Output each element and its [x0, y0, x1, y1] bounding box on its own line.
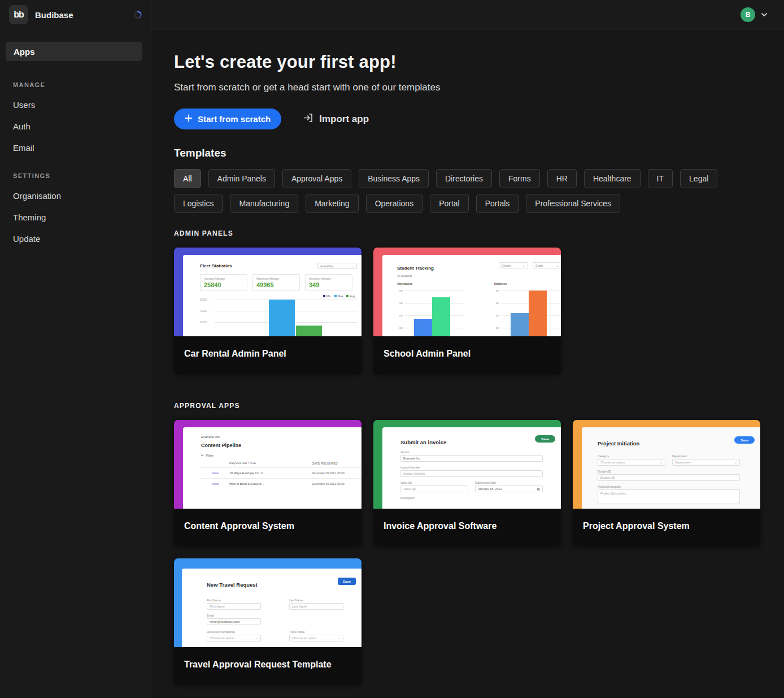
action-row: Start from scratch Import app: [174, 109, 761, 129]
admin-panels-grid: Fleet Statistics Availability ⌄ Average …: [174, 248, 761, 374]
filter-chip-admin-panels[interactable]: Admin Panels: [208, 169, 275, 188]
main-column: B Let's create your first app! Start fro…: [151, 0, 784, 698]
bar: [269, 300, 295, 336]
import-icon: [303, 112, 313, 126]
filter-chip-marketing[interactable]: Marketing: [306, 194, 358, 213]
table-row: View 10 Ways Example Inc. C... December …: [201, 467, 361, 478]
thumb-heading: Project Initiation: [598, 440, 639, 446]
thumb-table: REQUESTED TITLE DATE REQUIRED View 10 Wa…: [201, 462, 361, 489]
template-card-car-rental-admin-panel[interactable]: Fleet Statistics Availability ⌄ Average …: [174, 248, 361, 374]
thumb-save-button: Save: [535, 435, 555, 443]
filter-chip-it[interactable]: IT: [648, 169, 673, 188]
templates-heading: Templates: [174, 147, 761, 159]
sidebar-header: bb Budibase: [0, 0, 151, 29]
stat-card: Maximum Mileage 49965: [252, 274, 300, 291]
bar: [529, 291, 547, 336]
sidebar-item-apps[interactable]: Apps: [6, 42, 142, 61]
filter-chip-legal[interactable]: Legal: [680, 169, 717, 188]
bar: [432, 297, 450, 336]
budibase-logo: bb: [9, 5, 28, 24]
filter-chip-business-apps[interactable]: Business Apps: [359, 169, 429, 188]
filter-chip-directories[interactable]: Directories: [436, 169, 492, 188]
brand-name: Budibase: [35, 10, 127, 20]
thumb-heading: Content Pipeline: [201, 443, 361, 448]
import-app-label: Import app: [319, 114, 369, 125]
template-card-travel-approval-request[interactable]: New Travel Request Save First Name First…: [174, 558, 361, 685]
plus-icon: [185, 114, 193, 124]
budibase-portal: bb Budibase Apps MANAGE Users Auth Email…: [0, 0, 784, 698]
thumb-heading: Student Tracking: [397, 266, 434, 271]
thumb-heading: New Travel Request: [207, 582, 258, 588]
thumb-mini-ui: Student Tracking Gender ⌄ Grade ⌄: [382, 255, 561, 336]
view-link: View: [201, 471, 229, 475]
template-card-title: Car Rental Admin Panel: [174, 336, 361, 374]
filter-chip-all[interactable]: All: [174, 169, 201, 188]
thumb-mini-ui: Project Initiation Save Category Choose …: [582, 427, 760, 509]
thumb-save-button: Save: [338, 578, 356, 585]
sidebar-item-users[interactable]: Users: [13, 100, 35, 110]
thumb-gender-select: Gender ⌄: [499, 262, 528, 268]
thumb-filter-button: ≡ Filter: [201, 454, 361, 457]
sidebar-item-organisation[interactable]: Organisation: [13, 191, 61, 201]
thumb-grade-select: Grade ⌄: [533, 262, 561, 268]
topbar: B: [151, 0, 784, 29]
template-card-invoice-approval-software[interactable]: Submit an invoice Save Vendor Example In…: [373, 420, 561, 547]
template-thumbnail: Student Tracking Gender ⌄ Grade ⌄: [373, 248, 561, 336]
view-link: View: [201, 482, 229, 485]
table-row: View How to Build a Content... December …: [201, 478, 361, 489]
page-subtitle: Start from scratch or get a head start w…: [174, 82, 761, 93]
section-label-approval-apps: APPROVAL APPS: [174, 402, 761, 410]
thumb-mini-ui: Fleet Statistics Availability ⌄ Average …: [183, 255, 361, 336]
thumb-save-button: Save: [734, 436, 755, 444]
filter-chip-operations[interactable]: Operations: [366, 194, 423, 213]
sidebar-item-update[interactable]: Update: [13, 234, 40, 244]
thumb-mini-ui: Submit an invoice Save Vendor Example In…: [382, 427, 561, 509]
sidebar-group-manage: MANAGE: [13, 81, 151, 88]
filter-icon: ≡: [201, 454, 204, 457]
filter-chip-logistics[interactable]: Logistics: [174, 194, 223, 213]
sidebar-group-settings: SETTINGS: [13, 172, 151, 179]
template-thumbnail: New Travel Request Save First Name First…: [174, 558, 361, 647]
section-label-admin-panels: ADMIN PANELS: [174, 229, 761, 237]
template-card-school-admin-panel[interactable]: Student Tracking Gender ⌄ Grade ⌄: [373, 248, 561, 374]
template-card-content-approval-system[interactable]: Example Inc Content Pipeline ≡ Filter RE…: [174, 420, 361, 547]
sidebar-item-email[interactable]: Email: [13, 143, 34, 153]
filter-chip-portals[interactable]: Portals: [476, 194, 519, 213]
bar-chart: Tardiness: [494, 282, 561, 336]
filter-chip-hr[interactable]: HR: [547, 169, 577, 188]
content-area: Let's create your first app! Start from …: [151, 29, 784, 698]
start-from-scratch-button[interactable]: Start from scratch: [174, 109, 281, 129]
template-thumbnail: Fleet Statistics Availability ⌄ Average …: [174, 248, 361, 336]
bar: [414, 319, 432, 336]
loading-spinner-icon: [132, 9, 143, 20]
filter-chip-portal[interactable]: Portal: [430, 194, 469, 213]
thumb-mini-ui: Example Inc Content Pipeline ≡ Filter RE…: [183, 427, 361, 509]
sidebar-item-theming[interactable]: Theming: [13, 213, 46, 222]
filter-chip-manufacturing[interactable]: Manufacturing: [230, 194, 298, 213]
start-from-scratch-label: Start from scratch: [198, 114, 271, 124]
template-card-project-approval-system[interactable]: Project Initiation Save Category Choose …: [573, 420, 760, 547]
sidebar: bb Budibase Apps MANAGE Users Auth Email…: [0, 0, 151, 698]
chart-legend: Min Max Avg: [200, 294, 357, 298]
bar: [511, 313, 529, 336]
bar-chart: 50000 40000 30000: [200, 300, 357, 336]
bar: [296, 326, 322, 336]
filter-chip-approval-apps[interactable]: Approval Apps: [282, 169, 351, 188]
sidebar-item-auth[interactable]: Auth: [13, 122, 31, 131]
approval-apps-grid: Example Inc Content Pipeline ≡ Filter RE…: [174, 420, 761, 685]
template-thumbnail: Project Initiation Save Category Choose …: [573, 420, 760, 509]
template-card-title: Project Approval System: [573, 509, 760, 547]
thumb-subheading: All Students: [397, 274, 561, 278]
template-card-title: Content Approval System: [174, 509, 361, 547]
filter-chip-professional-services[interactable]: Professional Services: [526, 194, 620, 213]
thumb-company: Example Inc: [201, 435, 361, 439]
import-app-button[interactable]: Import app: [303, 112, 369, 126]
chevron-down-icon[interactable]: [760, 11, 768, 19]
user-avatar[interactable]: B: [741, 7, 755, 22]
filter-chip-forms[interactable]: Forms: [499, 169, 540, 188]
page-title: Let's create your first app!: [174, 52, 761, 72]
filter-chip-healthcare[interactable]: Healthcare: [584, 169, 641, 188]
template-thumbnail: Submit an invoice Save Vendor Example In…: [373, 420, 561, 509]
template-card-title: Travel Approval Request Template: [174, 647, 361, 685]
thumb-availability-select: Availability ⌄: [317, 263, 357, 269]
